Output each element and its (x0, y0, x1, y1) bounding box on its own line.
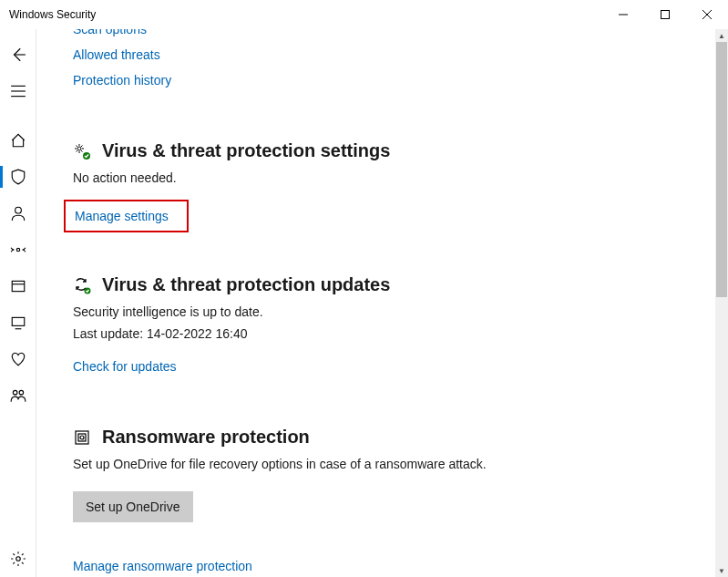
manage-ransomware-link[interactable]: Manage ransomware protection (73, 559, 252, 573)
updates-title: Virus & threat protection updates (102, 274, 390, 295)
close-button[interactable] (686, 0, 728, 29)
ransomware-icon (73, 428, 91, 447)
svg-rect-12 (12, 317, 25, 325)
sidebar-settings[interactable] (0, 541, 36, 577)
sidebar (0, 29, 36, 577)
setup-onedrive-button[interactable]: Set up OneDrive (73, 491, 193, 522)
svg-point-17 (77, 147, 81, 150)
minimize-button[interactable] (602, 0, 644, 29)
svg-point-8 (15, 207, 22, 213)
svg-point-9 (16, 248, 19, 251)
allowed-threats-link[interactable]: Allowed threats (73, 47, 160, 62)
sidebar-family[interactable] (0, 377, 36, 414)
svg-point-16 (16, 557, 21, 562)
settings-section: Virus & threat protection settings No ac… (73, 140, 728, 232)
manage-settings-highlight: Manage settings (64, 200, 189, 232)
updates-desc: Security intelligence is up to date. (73, 304, 728, 319)
svg-rect-10 (12, 281, 25, 291)
updates-section: Virus & threat protection updates Securi… (73, 274, 728, 385)
sidebar-account[interactable] (0, 195, 36, 232)
svg-rect-1 (661, 11, 670, 19)
updates-last: Last update: 14-02-2022 16:40 (73, 326, 728, 341)
back-button[interactable] (0, 36, 36, 73)
settings-title: Virus & threat protection settings (102, 140, 390, 161)
sidebar-firewall[interactable] (0, 232, 36, 268)
window-title: Windows Security (9, 8, 96, 21)
settings-desc: No action needed. (73, 170, 728, 185)
sidebar-virus-protection[interactable] (0, 159, 36, 195)
check-updates-link[interactable]: Check for updates (73, 359, 177, 374)
scroll-down-arrow[interactable]: ▼ (715, 564, 728, 577)
ransomware-section: Ransomware protection Set up OneDrive fo… (73, 427, 728, 577)
svg-point-15 (19, 390, 24, 395)
sidebar-app-browser[interactable] (0, 268, 36, 304)
vertical-scrollbar[interactable]: ▲ ▼ (715, 29, 728, 577)
scrollbar-thumb[interactable] (716, 42, 727, 297)
protection-history-link[interactable]: Protection history (73, 73, 171, 88)
sidebar-home[interactable] (0, 122, 36, 159)
refresh-icon (73, 276, 91, 294)
main-content: Scan options Allowed threats Protection … (36, 29, 728, 577)
scroll-up-arrow[interactable]: ▲ (715, 29, 728, 42)
settings-gear-icon (73, 142, 91, 160)
svg-point-22 (80, 436, 84, 439)
sidebar-device-security[interactable] (0, 304, 36, 341)
maximize-button[interactable] (644, 0, 686, 29)
svg-point-14 (13, 390, 17, 395)
ransomware-desc: Set up OneDrive for file recovery option… (73, 457, 728, 471)
menu-button[interactable] (0, 73, 36, 109)
svg-rect-21 (78, 434, 86, 441)
manage-settings-link[interactable]: Manage settings (75, 209, 169, 223)
ransomware-title: Ransomware protection (102, 427, 310, 448)
svg-rect-20 (76, 431, 88, 444)
window-controls (602, 0, 728, 29)
sidebar-device-health[interactable] (0, 341, 36, 377)
scan-options-link[interactable]: Scan options (73, 29, 147, 36)
